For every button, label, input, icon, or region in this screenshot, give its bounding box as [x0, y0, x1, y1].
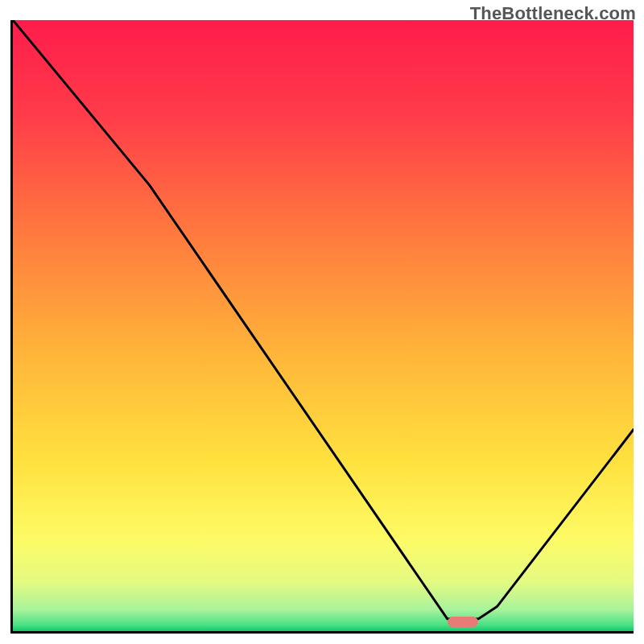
- chart-canvas: TheBottleneck.com: [0, 0, 644, 644]
- optimal-point-marker: [448, 617, 479, 628]
- bottleneck-curve: [13, 20, 634, 631]
- plot-area: [10, 20, 634, 634]
